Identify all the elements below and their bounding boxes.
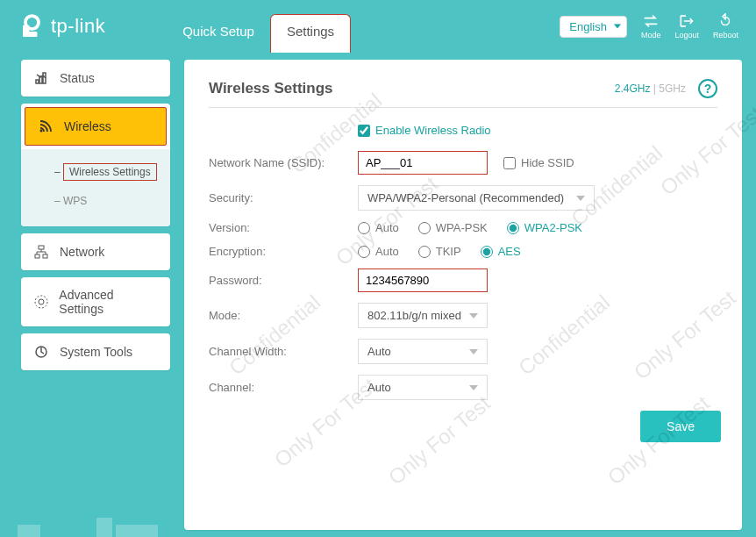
tab-quick-setup[interactable]: Quick Setup — [167, 15, 270, 53]
svg-rect-5 — [35, 254, 39, 258]
reboot-button[interactable]: Reboot — [713, 13, 738, 39]
version-wpa2-psk[interactable]: WPA2-PSK — [507, 221, 582, 234]
wireless-label: Wireless — [64, 119, 111, 133]
mode-label: Mode — [641, 31, 661, 39]
channel-select[interactable]: Auto — [358, 375, 488, 400]
subitem-wps[interactable]: WPS — [21, 188, 170, 214]
advanced-icon — [33, 294, 48, 310]
version-label: Version: — [209, 221, 358, 234]
reboot-icon — [717, 13, 734, 29]
encryption-label: Encryption: — [209, 245, 358, 258]
reboot-label: Reboot — [713, 31, 738, 39]
sidebar-item-network[interactable]: Network — [21, 233, 170, 270]
logout-icon — [678, 13, 695, 29]
system-label: System Tools — [60, 345, 132, 359]
sidebar-item-wireless[interactable]: Wireless — [25, 107, 167, 146]
header-right: English Mode Logout Reboot — [560, 13, 738, 39]
channel-width-select[interactable]: Auto — [358, 339, 488, 364]
network-icon — [33, 244, 49, 260]
channel-label: Channel: — [209, 381, 358, 394]
password-label: Password: — [209, 274, 358, 287]
svg-rect-2 — [23, 32, 38, 37]
channel-width-label: Channel Width: — [209, 345, 358, 358]
enable-wireless-checkbox[interactable]: Enable Wireless Radio — [358, 124, 717, 137]
svg-point-3 — [40, 130, 43, 132]
logout-label: Logout — [674, 31, 699, 39]
svg-point-7 — [39, 299, 44, 304]
status-label: Status — [60, 71, 95, 85]
enable-wireless-input[interactable] — [358, 125, 370, 137]
content-panel: Wireless Settings 2.4GHz | 5GHz ? Enable… — [184, 60, 742, 530]
band-selector: 2.4GHz | 5GHz — [615, 82, 686, 95]
ssid-input[interactable] — [358, 151, 488, 175]
wireless-submenu: Wireless Settings WPS — [21, 149, 170, 226]
ssid-label: Network Name (SSID): — [209, 156, 358, 169]
band-5ghz[interactable]: 5GHz — [659, 82, 686, 95]
header-bar: tp-link Quick Setup Settings English Mod… — [0, 0, 756, 53]
mode-label: Mode: — [209, 309, 358, 322]
advanced-label: Advanced Settings — [59, 288, 158, 316]
mode-button[interactable]: Mode — [641, 13, 661, 39]
network-label: Network — [60, 245, 104, 259]
mode-icon — [642, 13, 660, 29]
svg-rect-6 — [43, 254, 47, 258]
page-title: Wireless Settings — [209, 80, 333, 97]
hide-ssid-input[interactable] — [503, 157, 516, 169]
encryption-auto[interactable]: Auto — [358, 245, 399, 258]
version-auto[interactable]: Auto — [358, 221, 399, 234]
footer-decoration — [18, 518, 158, 537]
tab-settings[interactable]: Settings — [270, 14, 351, 53]
security-label: Security: — [209, 191, 358, 204]
help-button[interactable]: ? — [698, 79, 717, 98]
version-wpa-psk[interactable]: WPA-PSK — [418, 221, 488, 234]
encryption-tkip[interactable]: TKIP — [418, 245, 461, 258]
password-input[interactable] — [358, 268, 488, 292]
wireless-icon — [38, 118, 53, 134]
save-button[interactable]: Save — [640, 411, 721, 442]
security-select[interactable]: WPA/WPA2-Personal (Recommended) — [358, 185, 595, 211]
sidebar: Status Wireless Wireless Settings WPS Ne… — [0, 53, 184, 530]
svg-rect-4 — [39, 246, 44, 249]
sidebar-item-status[interactable]: Status — [21, 60, 170, 97]
band-24ghz[interactable]: 2.4GHz — [615, 82, 651, 95]
language-select[interactable]: English — [560, 16, 627, 38]
main-tabs: Quick Setup Settings — [167, 0, 351, 53]
watermark: Only For Test — [630, 286, 741, 385]
logout-button[interactable]: Logout — [674, 13, 699, 39]
brand-logo: tp-link — [18, 13, 105, 39]
brand-text: tp-link — [51, 15, 105, 38]
status-icon — [33, 70, 49, 86]
tplink-logo-icon — [18, 13, 44, 39]
sidebar-item-advanced[interactable]: Advanced Settings — [21, 277, 170, 326]
sidebar-item-system[interactable]: System Tools — [21, 333, 170, 370]
hide-ssid-checkbox[interactable]: Hide SSID — [503, 156, 574, 169]
watermark: Only For Test — [384, 391, 496, 490]
svg-point-8 — [35, 296, 47, 308]
subitem-wireless-settings[interactable]: Wireless Settings — [21, 156, 170, 188]
mode-select[interactable]: 802.11b/g/n mixed — [358, 303, 488, 328]
system-icon — [33, 344, 49, 360]
encryption-aes[interactable]: AES — [481, 245, 521, 258]
